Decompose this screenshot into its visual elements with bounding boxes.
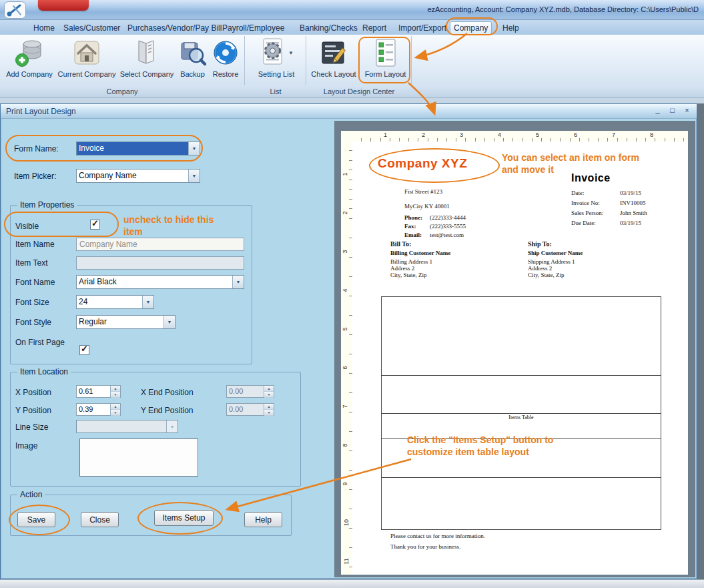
date-label[interactable]: Date: xyxy=(571,190,585,196)
email-value[interactable]: test@test.com xyxy=(430,232,464,238)
select-company-button[interactable]: Select Company xyxy=(117,36,176,85)
maximize-button[interactable]: □ xyxy=(667,105,678,116)
font-size-combobox[interactable]: 24 ▼ xyxy=(76,295,154,309)
form-name-combobox[interactable]: Invoice ▼ xyxy=(76,141,200,156)
phone-value[interactable]: (222)333-4444 xyxy=(430,214,466,221)
font-name-combobox[interactable]: Arial Black ▼ xyxy=(76,275,244,289)
menu-item-home[interactable]: Home xyxy=(30,22,58,34)
setting-list-dropdown-arrow[interactable]: ▼ xyxy=(288,50,294,56)
x-end-position-label: X End Position xyxy=(141,388,194,397)
y-position-spin-buttons[interactable]: ▲▼ xyxy=(110,404,120,415)
visible-checkbox[interactable]: ✓ xyxy=(90,220,100,230)
font-size-dropdown-icon[interactable]: ▼ xyxy=(142,296,153,308)
bill-to-line[interactable]: City, State, Zip xyxy=(390,272,426,278)
menu-item-banking-checks[interactable]: Banking/Checks xyxy=(296,22,361,34)
setting-list-button[interactable]: ▼ Setting List xyxy=(250,36,303,85)
font-name-dropdown-icon[interactable]: ▼ xyxy=(232,276,244,288)
ship-to-name[interactable]: Ship Customer Name xyxy=(528,250,583,256)
on-first-page-checkmark: ✓ xyxy=(81,344,88,354)
add-company-button[interactable]: Add Company xyxy=(1,36,57,85)
company-name-item[interactable]: Company XYZ xyxy=(378,156,467,171)
y-end-position-spin-buttons[interactable]: ▲▼ xyxy=(264,404,274,415)
ruler-h-number: 2 xyxy=(422,131,425,138)
form-layout-label: Form Layout xyxy=(365,70,406,78)
bill-to-line[interactable]: Address 2 xyxy=(390,265,414,272)
help-button[interactable]: Help xyxy=(244,512,282,527)
fax-label[interactable]: Fax: xyxy=(404,223,416,230)
minimize-button[interactable]: _ xyxy=(652,105,663,116)
app-window: ezAccounting, Account: Company XYZ.mdb, … xyxy=(0,0,704,588)
item-text-field[interactable] xyxy=(76,256,244,270)
workspace-strip xyxy=(0,98,704,103)
email-label[interactable]: Email: xyxy=(404,232,422,238)
address-line[interactable]: MyCity KY 40001 xyxy=(404,203,450,210)
ship-to-heading[interactable]: Ship To: xyxy=(528,240,552,248)
due-date-value[interactable]: 03/19/15 xyxy=(620,220,641,226)
close-button[interactable]: × xyxy=(681,105,693,116)
ruler-h-number: 5 xyxy=(536,131,539,138)
backup-label: Backup xyxy=(180,70,205,78)
footer-line[interactable]: Please contact us for more information. xyxy=(390,533,485,539)
restore-button[interactable]: Restore xyxy=(209,36,242,85)
line-size-combobox[interactable]: ▼ xyxy=(76,420,178,433)
menu-item-company[interactable]: Company xyxy=(450,21,492,35)
image-box[interactable] xyxy=(79,438,198,477)
ruler-h-number: 4 xyxy=(498,131,501,138)
font-style-dropdown-icon[interactable]: ▼ xyxy=(163,316,175,328)
font-style-combobox[interactable]: Regular ▼ xyxy=(76,315,175,329)
items-table[interactable]: Items Table xyxy=(381,296,661,530)
y-end-position-spinner[interactable]: 0.00 ▲▼ xyxy=(226,403,274,416)
close-action-button[interactable]: Close xyxy=(81,512,119,527)
x-position-spinner[interactable]: 0.61 ▲▼ xyxy=(76,385,121,398)
invoice-no-label[interactable]: Invoice No: xyxy=(571,200,600,206)
items-setup-button[interactable]: Items Setup xyxy=(154,510,214,526)
ship-to-line[interactable]: Address 2 xyxy=(528,265,552,272)
form-layout-button[interactable]: Form Layout xyxy=(361,36,410,85)
y-position-spinner[interactable]: 0.39 ▲▼ xyxy=(76,403,121,416)
footer-line[interactable]: Thank you for your business. xyxy=(390,543,460,550)
invoice-page: Company XYZ Invoice Fist Street #123 MyC… xyxy=(352,141,688,575)
font-size-value: 24 xyxy=(77,296,142,308)
phone-label[interactable]: Phone: xyxy=(404,214,422,221)
bill-to-heading[interactable]: Bill To: xyxy=(390,240,411,248)
ruler-h-number: 1 xyxy=(384,131,387,138)
date-value[interactable]: 03/19/15 xyxy=(620,190,641,196)
ruler-v-number: 8 xyxy=(342,443,348,447)
check-layout-button[interactable]: Check Layout xyxy=(308,36,359,85)
ruler-h-number: 8 xyxy=(650,131,653,138)
ship-to-line[interactable]: Shipping Address 1 xyxy=(528,258,575,265)
menu-item-report[interactable]: Report xyxy=(359,22,390,34)
ribbon-group-company: Company xyxy=(0,87,244,95)
form-name-dropdown-icon[interactable]: ▼ xyxy=(188,142,200,155)
menu-item-sales-customer[interactable]: Sales/Customer xyxy=(60,22,123,34)
item-picker-combobox[interactable]: Company Name ▼ xyxy=(76,169,200,183)
x-end-position-value: 0.00 xyxy=(227,386,264,397)
bill-to-line[interactable]: Billing Address 1 xyxy=(390,258,432,265)
bill-to-name[interactable]: Billing Customer Name xyxy=(390,250,450,256)
sales-person-label[interactable]: Sales Person: xyxy=(571,210,603,216)
ship-to-line[interactable]: City, State, Zip xyxy=(528,272,564,278)
due-date-label[interactable]: Due Date: xyxy=(571,220,596,226)
save-button[interactable]: Save xyxy=(17,512,55,527)
address-line[interactable]: Fist Street #123 xyxy=(404,188,442,195)
font-size-label: Font Size xyxy=(15,298,49,307)
window-title: ezAccounting, Account: Company XYZ.mdb, … xyxy=(427,5,699,13)
item-picker-dropdown-icon[interactable]: ▼ xyxy=(188,170,200,182)
menu-item-payroll-employee[interactable]: Payroll/Employee xyxy=(219,22,288,34)
on-first-page-checkbox[interactable]: ✓ xyxy=(79,345,89,355)
line-size-dropdown-icon: ▼ xyxy=(166,420,178,432)
item-properties-legend: Item Properties xyxy=(17,200,77,210)
x-end-position-spin-buttons[interactable]: ▲▼ xyxy=(264,386,274,397)
menu-item-purchases-vendor-pay-bill[interactable]: Purchases/Vendor/Pay Bill xyxy=(124,22,225,34)
backup-button[interactable]: Backup xyxy=(178,36,208,85)
sales-person-value[interactable]: John Smith xyxy=(620,210,647,216)
item-name-field[interactable]: Company Name xyxy=(76,238,244,251)
invoice-no-value[interactable]: INV10005 xyxy=(620,200,646,206)
menu-item-help[interactable]: Help xyxy=(499,22,522,34)
x-end-position-spinner[interactable]: 0.00 ▲▼ xyxy=(226,385,274,398)
x-position-spin-buttons[interactable]: ▲▼ xyxy=(110,386,120,397)
current-company-button[interactable]: Current Company xyxy=(59,36,115,85)
menu-item-import-export[interactable]: Import/Export xyxy=(395,22,450,34)
fax-value[interactable]: (222)333-5555 xyxy=(430,223,466,230)
ribbon-group-list: List xyxy=(246,87,306,95)
